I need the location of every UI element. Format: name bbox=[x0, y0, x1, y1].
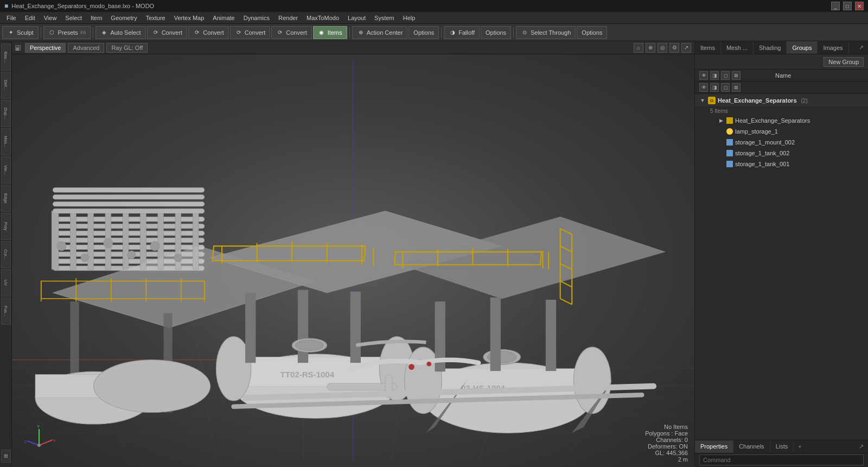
presets-button[interactable]: ⬡ Presets F6 bbox=[43, 26, 91, 39]
group-icon-eye[interactable]: 👁 bbox=[699, 71, 708, 80]
viewport-canvas[interactable]: TT02-RS-1004 bbox=[12, 54, 694, 467]
menu-file[interactable]: File bbox=[2, 14, 21, 22]
scene-svg: TT02-RS-1004 bbox=[12, 54, 694, 467]
convert-4-button[interactable]: ⟳ Convert bbox=[271, 26, 312, 39]
menu-layout[interactable]: Layout bbox=[343, 14, 370, 22]
menu-help[interactable]: Help bbox=[399, 14, 420, 22]
minimize-button[interactable]: _ bbox=[831, 2, 840, 10]
bottom-panel-expand[interactable]: ↗ bbox=[854, 443, 868, 450]
sculpt-label: Sculpt bbox=[17, 29, 34, 36]
convert-3-button[interactable]: ⟳ Convert bbox=[230, 26, 271, 39]
group-icon-sel[interactable]: ◻ bbox=[721, 71, 730, 80]
tree-group-header[interactable]: ▼ G Heat_Exchange_Separators (2) bbox=[695, 94, 868, 106]
panel-tab-groups[interactable]: Groups bbox=[787, 41, 818, 54]
action-center-button[interactable]: ⊕ Action Center bbox=[352, 26, 408, 39]
group-icon-eye2[interactable]: 👁 bbox=[699, 83, 708, 92]
group-icon-render2[interactable]: ◨ bbox=[710, 83, 719, 92]
options-1-button[interactable]: Options bbox=[409, 26, 439, 39]
bottom-tab-properties[interactable]: Properties bbox=[695, 440, 733, 453]
menubar: File Edit View Select Item Geometry Text… bbox=[0, 12, 868, 24]
svg-rect-27 bbox=[52, 211, 59, 270]
svg-point-100 bbox=[409, 364, 414, 370]
tree-group-heat-exchange: ▼ G Heat_Exchange_Separators (2) 5 Items… bbox=[695, 94, 868, 169]
sidebar-tab-bottom[interactable]: ⊞ bbox=[1, 450, 11, 463]
viewport-search-btn[interactable]: ⊕ bbox=[646, 43, 655, 53]
menu-item[interactable]: Item bbox=[86, 14, 106, 22]
sidebar-tab-mesh[interactable]: Mes... bbox=[1, 128, 11, 155]
panel-tab-images[interactable]: Images bbox=[818, 41, 848, 54]
menu-render[interactable]: Render bbox=[274, 14, 302, 22]
panel-tab-expand[interactable]: ↗ bbox=[854, 44, 868, 51]
group-icon-sel2[interactable]: ◻ bbox=[721, 83, 730, 92]
svg-point-18 bbox=[94, 360, 210, 413]
viewport-area: ≡ Perspective Advanced Ray GL: Off ⌂ ⊕ ◎… bbox=[12, 41, 694, 467]
viewport-expand-btn[interactable]: ↗ bbox=[681, 43, 691, 53]
bottom-tab-lists[interactable]: Lists bbox=[770, 440, 794, 453]
tree-item-storage-tank-001[interactable]: ▶ storage_1_tank_001 bbox=[695, 159, 868, 169]
panel-tab-items[interactable]: Items bbox=[695, 41, 721, 54]
group-icon-render[interactable]: ◨ bbox=[710, 71, 719, 80]
menu-dynamics[interactable]: Dynamics bbox=[239, 14, 274, 22]
sidebar-tab-fusion[interactable]: Fus... bbox=[1, 298, 11, 325]
convert-3-icon: ⟳ bbox=[235, 29, 242, 36]
sidebar-tab-base[interactable]: Bas... bbox=[1, 43, 11, 71]
sidebar-tab-def[interactable]: Def... bbox=[1, 72, 11, 99]
viewport-zoom-btn[interactable]: ◎ bbox=[658, 43, 667, 53]
auto-select-button[interactable]: ◈ Auto Select bbox=[95, 26, 145, 39]
menu-select[interactable]: Select bbox=[61, 14, 86, 22]
viewport-menu-icon[interactable]: ≡ bbox=[15, 45, 21, 51]
bottom-tab-channels[interactable]: Channels bbox=[733, 440, 770, 453]
viewport-home-btn[interactable]: ⌂ bbox=[634, 43, 643, 53]
panel-tab-shading[interactable]: Shading bbox=[754, 41, 787, 54]
maximize-button[interactable]: □ bbox=[843, 2, 852, 10]
viewport-tab-raygl[interactable]: Ray GL: Off bbox=[106, 43, 148, 53]
svg-point-42 bbox=[104, 238, 113, 248]
tree-item-name-4: storage_1_tank_001 bbox=[735, 161, 789, 167]
menu-geometry[interactable]: Geometry bbox=[106, 14, 141, 22]
command-input[interactable] bbox=[699, 455, 864, 465]
sculpt-button[interactable]: ✦ Sculpt bbox=[2, 26, 39, 39]
separator-3 bbox=[349, 27, 350, 38]
titlebar: ■ Heat_Exchange_Separators_modo_base.lxo… bbox=[0, 0, 868, 12]
separator-5 bbox=[513, 27, 514, 38]
menu-texture[interactable]: Texture bbox=[142, 14, 170, 22]
viewport-settings-btn[interactable]: ⚙ bbox=[669, 43, 679, 53]
convert-1-button[interactable]: ⟳ Convert bbox=[147, 26, 188, 39]
sidebar-tab-uv[interactable]: UV bbox=[1, 269, 11, 296]
convert-1-label: Convert bbox=[162, 29, 183, 36]
menu-system[interactable]: System bbox=[370, 14, 399, 22]
sidebar-tab-curve[interactable]: Cur... bbox=[1, 241, 11, 268]
group-icon-lock[interactable]: ⊠ bbox=[732, 71, 741, 80]
menu-view[interactable]: View bbox=[40, 14, 61, 22]
menu-edit[interactable]: Edit bbox=[21, 14, 40, 22]
close-button[interactable]: ✕ bbox=[855, 2, 864, 10]
viewport-tab-advanced[interactable]: Advanced bbox=[68, 43, 104, 53]
menu-maxtomode[interactable]: MaxToModo bbox=[302, 14, 343, 22]
items-button[interactable]: ◉ Items bbox=[313, 26, 347, 39]
menu-animate[interactable]: Animate bbox=[208, 14, 239, 22]
tree-expand-icon[interactable]: ▼ bbox=[699, 97, 706, 104]
sidebar-tab-vertex[interactable]: Ver... bbox=[1, 156, 11, 184]
panel-tab-mesh[interactable]: Mesh ... bbox=[721, 41, 754, 54]
viewport-tab-perspective[interactable]: Perspective bbox=[25, 43, 66, 53]
menu-vertex-map[interactable]: Vertex Map bbox=[170, 14, 209, 22]
sidebar-tab-poly[interactable]: Poly bbox=[1, 213, 11, 240]
falloff-button[interactable]: ◑ Falloff bbox=[444, 26, 480, 39]
convert-2-button[interactable]: ⟳ Convert bbox=[188, 26, 229, 39]
tree-item-lamp-storage[interactable]: ▶ lamp_storage_1 bbox=[695, 126, 868, 137]
new-group-button[interactable]: New Group bbox=[824, 57, 864, 67]
tree-item-storage-mount[interactable]: ▶ storage_1_mount_002 bbox=[695, 137, 868, 148]
tree-item-heat-exchange-separators[interactable]: ▶ Heat_Exchange_Separators bbox=[695, 115, 868, 126]
svg-rect-39 bbox=[53, 209, 205, 213]
auto-select-label: Auto Select bbox=[110, 29, 141, 36]
select-through-button[interactable]: ⊙ Select Through bbox=[516, 26, 576, 39]
sidebar-tab-edge[interactable]: Edge bbox=[1, 185, 11, 212]
titlebar-left: ■ Heat_Exchange_Separators_modo_base.lxo… bbox=[4, 2, 154, 10]
sidebar-tab-duplic[interactable]: Dup... bbox=[1, 100, 11, 127]
tree-item-storage-tank-002[interactable]: ▶ storage_1_tank_002 bbox=[695, 148, 868, 159]
bottom-tab-add[interactable]: + bbox=[794, 443, 806, 450]
group-icon-lock2[interactable]: ⊠ bbox=[732, 83, 741, 92]
options-2-button[interactable]: Options bbox=[481, 26, 511, 39]
options-3-button[interactable]: Options bbox=[577, 26, 607, 39]
tree-item-expand-0[interactable]: ▶ bbox=[718, 117, 724, 124]
